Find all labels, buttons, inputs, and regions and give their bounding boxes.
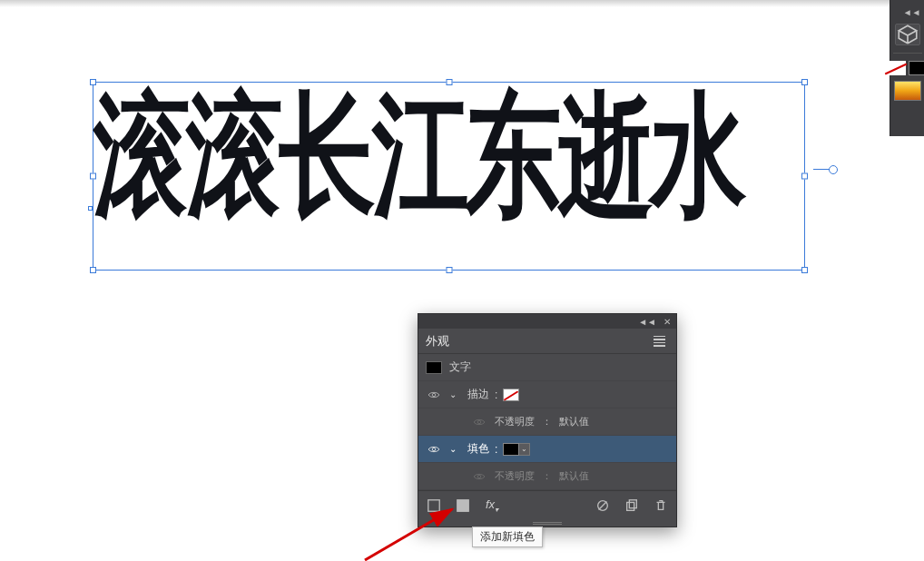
fill-opacity-value: 默认值 <box>559 469 589 483</box>
appearance-row-type[interactable]: 文字 <box>418 354 676 381</box>
panel-collapse-icon[interactable]: ◄◄ <box>638 317 656 327</box>
panel-menu-icon[interactable] <box>650 332 669 350</box>
fill-label: 填色 <box>467 441 489 457</box>
stroke-opacity-value: 默认值 <box>559 415 589 428</box>
eye-icon <box>473 416 486 428</box>
svg-rect-10 <box>629 499 636 507</box>
stroke-label: 描边 <box>467 387 489 402</box>
no-circle-icon <box>595 498 610 513</box>
visibility-toggle-stroke[interactable] <box>426 389 442 401</box>
handle-nw[interactable] <box>90 79 96 85</box>
duplicate-icon <box>624 498 639 513</box>
black-swatch[interactable] <box>909 61 924 75</box>
fill-color-control[interactable]: ⌄ <box>503 443 530 456</box>
svg-point-0 <box>432 393 436 397</box>
appearance-panel-footer: fx▾ <box>418 490 676 519</box>
swatch-row <box>886 61 924 75</box>
svg-rect-9 <box>627 502 634 510</box>
appearance-row-stroke-opacity[interactable]: 不透明度 ： 默认值 <box>418 408 676 436</box>
appearance-row-stroke[interactable]: ⌄ 描边 : <box>418 381 676 408</box>
square-filled-icon <box>456 498 470 513</box>
eye-icon <box>428 443 440 456</box>
window-top-shadow <box>0 0 924 7</box>
selected-text-object[interactable]: 滚滚长江东逝水 <box>93 82 805 271</box>
handle-se[interactable] <box>801 267 808 273</box>
handle-sw[interactable] <box>90 267 96 273</box>
appearance-tab[interactable]: 外观 <box>426 333 449 349</box>
add-new-stroke-button[interactable] <box>426 497 442 514</box>
svg-point-2 <box>432 448 436 451</box>
add-effect-button[interactable]: fx▾ <box>484 497 500 514</box>
clear-appearance-button[interactable] <box>595 497 611 514</box>
dock-divider <box>893 53 922 54</box>
fill-color-dropdown[interactable]: ⌄ <box>519 443 530 456</box>
cube-icon <box>896 23 919 46</box>
handle-ne[interactable] <box>801 79 808 85</box>
type-thumb <box>426 361 442 374</box>
twisty-fill[interactable]: ⌄ <box>449 444 460 454</box>
svg-rect-4 <box>428 499 439 510</box>
appearance-panel-body: 文字 ⌄ 描边 : 不透明度 ： 默认值 ⌄ <box>418 354 676 490</box>
svg-point-3 <box>477 475 481 478</box>
trash-icon <box>654 498 668 513</box>
add-new-fill-button[interactable] <box>455 497 471 514</box>
eye-icon <box>473 470 486 483</box>
gradient-swatch[interactable] <box>894 81 921 101</box>
appearance-panel-titlebar[interactable]: ◄◄ ✕ <box>418 314 676 329</box>
visibility-toggle-fill[interactable] <box>426 443 442 456</box>
tooltip-add-new-fill: 添加新填色 <box>472 527 543 547</box>
visibility-toggle-fill-opacity[interactable] <box>471 470 487 483</box>
appearance-panel-tabbar: 外观 <box>418 329 676 354</box>
text-content: 滚滚长江东逝水 <box>93 66 605 248</box>
stroke-color-swatch[interactable] <box>503 389 519 401</box>
eye-icon <box>428 389 440 401</box>
visibility-toggle-stroke-opacity[interactable] <box>471 416 487 428</box>
appearance-panel: ◄◄ ✕ 外观 文字 ⌄ 描边 : 不透明度 ： <box>418 313 677 527</box>
square-outline-icon <box>427 498 441 513</box>
dock-collapse-arrows[interactable]: ◄◄ <box>894 5 921 18</box>
handle-n[interactable] <box>446 79 452 85</box>
appearance-row-fill[interactable]: ⌄ 填色 : ⌄ <box>418 436 676 463</box>
appearance-row-fill-opacity[interactable]: 不透明度 ： 默认值 <box>418 463 676 490</box>
duplicate-item-button[interactable] <box>624 497 640 514</box>
type-label: 文字 <box>449 359 669 375</box>
svg-point-1 <box>477 420 481 424</box>
handle-s[interactable] <box>446 267 452 273</box>
delete-item-button[interactable] <box>653 497 669 514</box>
handle-w[interactable] <box>90 173 96 180</box>
twisty-stroke[interactable]: ⌄ <box>449 389 460 399</box>
svg-rect-5 <box>457 499 468 510</box>
fill-opacity-label: 不透明度 <box>495 469 535 483</box>
text-out-port[interactable] <box>813 169 833 170</box>
none-swatch[interactable] <box>886 61 906 75</box>
handle-e[interactable] <box>801 173 808 180</box>
panel-close-icon[interactable]: ✕ <box>664 317 671 327</box>
fill-color-swatch[interactable] <box>503 443 519 456</box>
baseline-indicator <box>88 206 93 211</box>
stroke-opacity-label: 不透明度 <box>495 415 535 428</box>
svg-line-8 <box>599 501 607 509</box>
panel-resize-grip[interactable] <box>418 519 676 527</box>
right-dock: ◄◄ <box>890 0 924 136</box>
panel-icon-3d[interactable] <box>895 24 920 45</box>
